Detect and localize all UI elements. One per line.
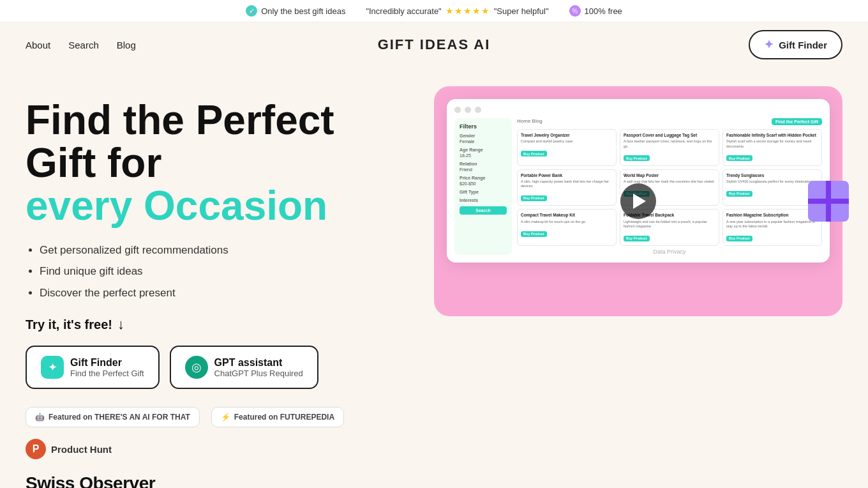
- ss-card-0: Travel Jewelry Organizer Compact and sty…: [517, 129, 617, 166]
- gift-box: [808, 181, 849, 222]
- nav-blog[interactable]: Blog: [117, 40, 136, 50]
- banner-best-ideas-text: Only the best gift ideas: [261, 6, 345, 16]
- hero-right: Filters Gender Female Age Range 18-25 Re…: [434, 86, 842, 316]
- ss-card-8: Fashion Magazine Subscription A one-year…: [722, 209, 822, 246]
- nav-about[interactable]: About: [26, 40, 50, 50]
- nav-links: About Search Blog: [26, 40, 136, 50]
- badge-product-hunt: P Product Hunt: [26, 439, 112, 459]
- hero-title-line1: Find the Perfect Gift for: [26, 99, 408, 185]
- nav-gift-finder-button[interactable]: ✦ Gift Finder: [749, 30, 842, 59]
- site-logo: GIFT IDEAS AI: [378, 36, 491, 53]
- ss-card-3: Portable Power Bank A slim, high-capacit…: [517, 169, 617, 206]
- filter-relation: Relation Friend: [460, 162, 507, 172]
- hero-cta-text: Try it, it's free! ↓: [26, 316, 408, 333]
- gift-box-decoration: [808, 181, 849, 222]
- top-banner: ✓ Only the best gift ideas "Incredibly a…: [0, 0, 868, 22]
- screenshot-sidebar: Filters Gender Female Age Range 18-25 Re…: [454, 118, 512, 255]
- banner-free-label: 100% free: [585, 6, 622, 16]
- screenshot-search-btn: Search: [460, 206, 507, 215]
- play-triangle-icon: [633, 194, 646, 209]
- bullet-2: Find unique gift ideas: [40, 263, 408, 280]
- banner-rating-label: "Incredibly accurate": [366, 6, 441, 16]
- play-button[interactable]: [620, 183, 656, 219]
- browser-dot-2: [465, 107, 471, 113]
- hero-section: Find the Perfect Gift for every Occasion…: [0, 67, 868, 488]
- filters-label: Filters: [460, 123, 507, 130]
- screenshot-find-btn: Find the Perfect Gift: [772, 118, 822, 125]
- filter-type: Gift Type: [460, 190, 507, 194]
- cta-buttons: ✦ Gift Finder Find the Perfect Gift ◎ GP…: [26, 346, 408, 389]
- badge-futurepedia: ⚡ Featured on FUTUREPEDIA: [211, 407, 344, 427]
- hero-bullets: Get personalized gift recommendations Fi…: [26, 242, 408, 301]
- filter-interests: Interests: [460, 198, 507, 202]
- gift-ribbon-vertical: [826, 181, 831, 222]
- ss-card-5: Trendy Sunglasses Stylish UV400 sunglass…: [722, 169, 822, 206]
- ss-card-6: Compact Travel Makeup Kit A slim makeup …: [517, 209, 617, 246]
- banner-helpful-label: "Super helpful": [494, 6, 549, 16]
- navbar: About Search Blog GIFT IDEAS AI ✦ Gift F…: [0, 22, 868, 67]
- screenshot-grid: Travel Jewelry Organizer Compact and sty…: [517, 129, 822, 246]
- screenshot-inner: Filters Gender Female Age Range 18-25 Re…: [447, 99, 830, 263]
- banner-best-ideas: ✓ Only the best gift ideas: [246, 5, 345, 17]
- filter-age: Age Range 18-25: [460, 148, 507, 158]
- gift-finder-cta-button[interactable]: ✦ Gift Finder Find the Perfect Gift: [26, 346, 160, 389]
- gift-finder-cta-sublabel: Find the Perfect Gift: [70, 369, 144, 378]
- bullet-1: Get personalized gift recommendations: [40, 242, 408, 259]
- arrow-down-icon: ↓: [117, 316, 124, 333]
- banner-rating: "Incredibly accurate" ★★★★★ "Super helpf…: [366, 6, 548, 16]
- hero-left: Find the Perfect Gift for every Occasion…: [26, 93, 408, 488]
- swiss-observer: Swiss Observer: [26, 473, 408, 488]
- browser-dot-1: [454, 107, 461, 113]
- screenshot-wrapper: Filters Gender Female Age Range 18-25 Re…: [434, 86, 842, 316]
- badge-ai-for-that: 🤖 Featured on THERE'S AN AI FOR THAT: [26, 407, 200, 427]
- banner-stars: ★★★★★: [445, 6, 490, 16]
- gift-finder-cta-text: Gift Finder Find the Perfect Gift: [70, 357, 144, 378]
- badges-row: 🤖 Featured on THERE'S AN AI FOR THAT ⚡ F…: [26, 407, 408, 459]
- filter-gender: Gender Female: [460, 133, 507, 144]
- banner-free: % 100% free: [569, 5, 622, 17]
- nav-cta: ✦ Gift Finder: [749, 30, 842, 59]
- gpt-cta-sublabel: ChatGPT Plus Required: [214, 369, 303, 378]
- gift-finder-cta-icon: ✦: [41, 356, 64, 379]
- browser-bar: [454, 107, 822, 113]
- gpt-cta-label: GPT assistant: [214, 357, 303, 369]
- percent-icon: %: [569, 5, 581, 17]
- nav-gift-finder-label: Gift Finder: [779, 40, 827, 50]
- futurepedia-icon: ⚡: [221, 413, 230, 422]
- gpt-cta-text: GPT assistant ChatGPT Plus Required: [214, 357, 303, 378]
- sparkle-icon: ✦: [764, 38, 774, 52]
- gpt-icon: ◎: [185, 356, 208, 379]
- ss-card-1: Passport Cover and Luggage Tag Set A fau…: [620, 129, 719, 166]
- check-icon: ✓: [246, 5, 257, 17]
- gpt-cta-button[interactable]: ◎ GPT assistant ChatGPT Plus Required: [170, 346, 318, 389]
- screenshot-nav: Home Blog: [517, 118, 542, 125]
- product-hunt-icon: P: [26, 439, 46, 459]
- gift-finder-cta-label: Gift Finder: [70, 357, 144, 369]
- browser-dot-3: [475, 107, 481, 113]
- filter-price: Price Range $20-$50: [460, 176, 507, 186]
- data-privacy-label: Data Privacy: [517, 248, 822, 255]
- screenshot-main-header: Home Blog Find the Perfect Gift: [517, 118, 822, 125]
- ai-badge-icon: 🤖: [35, 413, 45, 422]
- hero-title-line2: every Occasion: [26, 185, 408, 227]
- bullet-3: Discover the perfect present: [40, 285, 408, 301]
- screenshot-main: Home Blog Find the Perfect Gift Travel J…: [517, 118, 822, 255]
- ss-card-2: Fashionable Infinity Scarf with Hidden P…: [722, 129, 822, 166]
- nav-search[interactable]: Search: [68, 40, 99, 50]
